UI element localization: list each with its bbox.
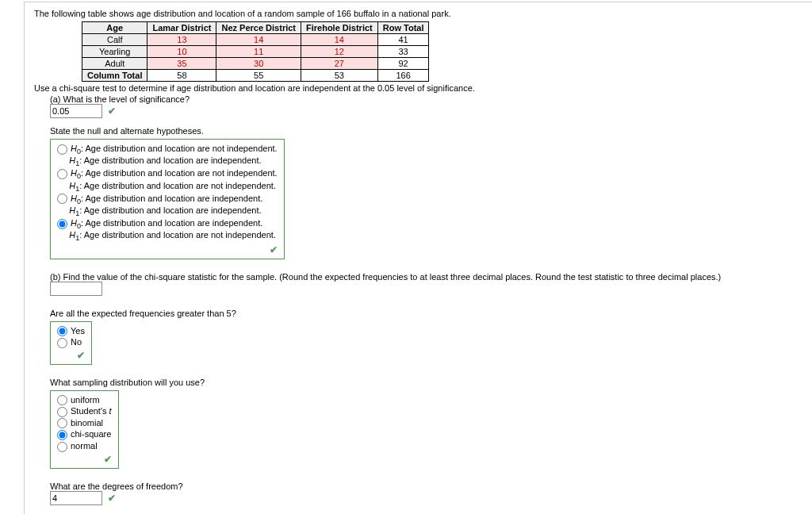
check-icon: ✔ xyxy=(57,454,112,465)
hyp-text: H0: Age distribution and location are no… xyxy=(57,168,278,190)
col-total: 53 xyxy=(301,70,378,82)
table-row: Yearling 10 11 12 33 xyxy=(82,46,429,58)
qb-label: (b) Find the value of the chi-square sta… xyxy=(50,272,803,282)
hyp-text: H0: Age distribution and location are in… xyxy=(57,194,262,215)
freq-box: YesNo✔ xyxy=(50,321,92,365)
option-radio[interactable] xyxy=(57,430,67,440)
cell: 27 xyxy=(301,58,378,70)
significance-input[interactable] xyxy=(50,104,102,118)
option-radio[interactable] xyxy=(57,418,67,428)
table-row: Calf 13 14 14 41 xyxy=(82,34,429,46)
option-row: uniform xyxy=(57,395,112,406)
option-radio[interactable] xyxy=(57,442,67,452)
row-label: Calf xyxy=(82,34,147,46)
samp-label: What sampling distribution will you use? xyxy=(50,378,803,387)
df-label: What are the degrees of freedom? xyxy=(50,481,803,491)
grand-total: 166 xyxy=(377,70,429,82)
check-icon: ✔ xyxy=(108,105,116,117)
cell: 12 xyxy=(301,46,378,58)
cell: 13 xyxy=(147,34,216,46)
row-label: Column Total xyxy=(82,70,147,82)
option-label: uniform xyxy=(71,395,100,405)
qa-label: (a) What is the level of significance? xyxy=(50,94,803,104)
row-label: Yearling xyxy=(82,46,147,58)
option-row: Student's t xyxy=(57,406,112,417)
check-icon: ✔ xyxy=(57,350,85,361)
chi-instruction: Use a chi-square test to determine if ag… xyxy=(34,83,803,93)
cell: 35 xyxy=(147,58,216,70)
option-label: Student's t xyxy=(71,406,112,416)
option-row: chi-square xyxy=(57,429,112,440)
cell: 10 xyxy=(147,46,216,58)
hypotheses-section: State the null and alternate hypotheses.… xyxy=(50,126,803,259)
col-firehole: Firehole District xyxy=(301,22,378,34)
option-radio[interactable] xyxy=(57,338,67,348)
data-table: Age Lamar District Nez Perce District Fi… xyxy=(82,21,429,82)
col-age: Age xyxy=(82,22,147,34)
row-total: 33 xyxy=(377,46,429,58)
check-icon: ✔ xyxy=(108,493,116,504)
table-row: Column Total 58 55 53 166 xyxy=(82,70,429,82)
check-icon: ✔ xyxy=(57,244,278,255)
hyp-option: H0: Age distribution and location are no… xyxy=(57,144,278,167)
col-nez: Nez Perce District xyxy=(216,22,301,34)
cell: 30 xyxy=(216,58,301,70)
option-radio[interactable] xyxy=(57,395,67,405)
hyp-text: H0: Age distribution and location are no… xyxy=(57,144,278,165)
option-label: binomial xyxy=(71,418,103,428)
row-total: 41 xyxy=(377,34,429,46)
hyp-radio[interactable] xyxy=(57,144,67,155)
option-label: Yes xyxy=(71,326,85,336)
option-row: No xyxy=(57,337,85,348)
option-label: normal xyxy=(71,441,98,451)
hyp-option: H0: Age distribution and location are in… xyxy=(57,218,278,242)
cell: 14 xyxy=(301,34,378,46)
hyp-radio[interactable] xyxy=(57,219,67,229)
row-total: 92 xyxy=(377,58,429,70)
df-section: What are the degrees of freedom? ✔ xyxy=(50,481,803,505)
question-container: The following table shows age distributi… xyxy=(24,2,812,514)
hyp-text: H0: Age distribution and location are in… xyxy=(57,218,276,240)
col-total: 55 xyxy=(216,70,301,82)
option-radio[interactable] xyxy=(57,407,67,417)
freq-label: Are all the expected frequencies greater… xyxy=(50,309,803,318)
part-b: (b) Find the value of the chi-square sta… xyxy=(50,272,803,296)
hyp-radio[interactable] xyxy=(57,194,67,204)
part-a: (a) What is the level of significance? ✔ xyxy=(50,94,803,118)
samp-box: uniformStudent's tbinomialchi-squarenorm… xyxy=(50,390,119,469)
df-input[interactable] xyxy=(50,491,102,505)
col-lamar: Lamar District xyxy=(147,22,216,34)
option-label: No xyxy=(71,337,82,347)
option-label: chi-square xyxy=(71,429,111,439)
hyp-radio[interactable] xyxy=(57,169,67,179)
option-row: Yes xyxy=(57,326,85,337)
option-row: binomial xyxy=(57,418,112,429)
hyp-option: H0: Age distribution and location are in… xyxy=(57,194,278,217)
samp-section: What sampling distribution will you use?… xyxy=(50,378,803,469)
cell: 11 xyxy=(216,46,301,58)
freq-section: Are all the expected frequencies greater… xyxy=(50,309,803,365)
table-row: Adult 35 30 27 92 xyxy=(82,58,429,70)
hypotheses-box: H0: Age distribution and location are no… xyxy=(50,139,285,259)
col-rowtotal: Row Total xyxy=(377,22,429,34)
chi-stat-input[interactable] xyxy=(50,282,102,296)
intro-text: The following table shows age distributi… xyxy=(34,9,803,18)
option-radio[interactable] xyxy=(57,326,67,336)
cell: 14 xyxy=(216,34,301,46)
hyp-option: H0: Age distribution and location are no… xyxy=(57,168,278,192)
col-total: 58 xyxy=(147,70,216,82)
option-row: normal xyxy=(57,441,112,452)
hyp-label: State the null and alternate hypotheses. xyxy=(50,126,803,136)
row-label: Adult xyxy=(82,58,147,70)
